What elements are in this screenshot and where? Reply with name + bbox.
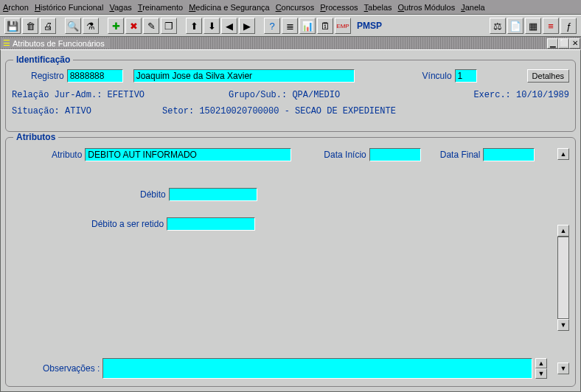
tool1-icon[interactable]: ≣: [282, 18, 298, 34]
toolbar: 💾 🗑 🖨 🔍 ⚗ ✚ ✖ ✎ ❐ ⬆ ⬇ ◀ ▶ ? ≣ 📊 🗓 EMP PM…: [0, 15, 581, 37]
detalhes-button[interactable]: Detalhes: [527, 69, 569, 83]
copy-icon[interactable]: ❐: [161, 18, 177, 34]
menu-bar: Archon Histórico Funcional Vagas Treinam…: [0, 0, 581, 15]
relacao-text: Relação Jur-Adm.: EFETIVO: [12, 90, 226, 100]
vinculo-input[interactable]: [455, 69, 477, 83]
data-final-label: Data Final: [440, 150, 481, 160]
atributos-group: Atributos Atributo Data Início Data Fina…: [5, 137, 576, 387]
menu-janela[interactable]: Janela: [461, 3, 484, 12]
help-icon[interactable]: ?: [264, 18, 280, 34]
observacoes-input[interactable]: [102, 358, 532, 379]
menu-historico[interactable]: Histórico Funcional: [35, 3, 104, 12]
scrollbar-up-icon[interactable]: ▲: [557, 225, 569, 237]
debito-retido-label: Débito a ser retido: [91, 219, 164, 229]
edit-icon[interactable]: ✎: [143, 18, 159, 34]
registro-label: Registro: [31, 71, 64, 81]
menu-tabelas[interactable]: Tabelas: [364, 3, 392, 12]
vinculo-label: Vínculo: [422, 71, 452, 81]
scrollbar-down-icon[interactable]: ▼: [557, 319, 569, 331]
minimize-button[interactable]: ▁: [547, 38, 558, 49]
content-area: Identificação Registro Vínculo Detalhes …: [0, 49, 581, 392]
doc-icon[interactable]: 📄: [507, 18, 523, 34]
menu-treinamento[interactable]: Treinamento: [138, 3, 183, 12]
fn-icon[interactable]: ƒ: [560, 18, 577, 34]
first-icon[interactable]: ⬆: [186, 18, 202, 34]
obs-down-icon[interactable]: ▼: [535, 368, 547, 379]
filter-icon[interactable]: ⚗: [83, 18, 99, 34]
nome-input[interactable]: [133, 69, 355, 83]
tool3-icon[interactable]: 🗓: [317, 18, 333, 34]
tool2-icon[interactable]: 📊: [299, 18, 316, 34]
situacao-text: Situação: ATIVO: [12, 106, 159, 116]
atributo-label: Atributo: [52, 150, 82, 160]
prev-icon[interactable]: ⬇: [203, 18, 220, 34]
scrollbar-track[interactable]: [557, 237, 569, 319]
balance-icon[interactable]: ⚖: [490, 18, 506, 34]
pmsp-label: PMSP: [357, 21, 382, 31]
cancel-icon[interactable]: ✖: [125, 18, 142, 34]
menu-outros[interactable]: Outros Módulos: [398, 3, 456, 12]
menu-medicina[interactable]: Medicina e Segurança: [189, 3, 269, 12]
grupo-text: Grupo/Sub.: QPA/MEDIO: [229, 90, 470, 100]
data-final-input[interactable]: [483, 148, 535, 161]
print-icon[interactable]: 🖨: [40, 18, 56, 34]
hash-icon[interactable]: ▦: [525, 18, 541, 34]
atributo-input[interactable]: [85, 148, 291, 161]
back-icon[interactable]: ◀: [221, 18, 237, 34]
maximize-button[interactable]: ⬜: [558, 38, 569, 49]
registro-input[interactable]: [67, 69, 123, 83]
observacoes-label: Observações :: [43, 363, 100, 374]
exerc-text: Exerc.: 10/10/1989: [473, 90, 569, 100]
menu-processos[interactable]: Processos: [320, 3, 358, 12]
emp-icon[interactable]: EMP: [335, 18, 351, 34]
data-inicio-input[interactable]: [369, 148, 421, 161]
internal-window-titlebar: ☰ Atributos de Funcionários ▁ ⬜ ✕: [0, 37, 581, 49]
list-icon[interactable]: ≡: [543, 18, 559, 34]
menu-vagas[interactable]: Vagas: [109, 3, 131, 12]
window-title: Atributos de Funcionários: [13, 39, 105, 48]
debito-retido-input[interactable]: [167, 217, 255, 231]
save-icon[interactable]: 💾: [4, 18, 21, 34]
window-icon: ☰: [3, 38, 10, 48]
new-icon[interactable]: ✚: [108, 18, 124, 34]
search-icon[interactable]: 🔍: [65, 18, 81, 34]
identificacao-legend: Identificação: [13, 55, 73, 65]
scroll-down-icon[interactable]: ▼: [557, 363, 569, 374]
menu-concursos[interactable]: Concursos: [276, 3, 315, 12]
menu-archon[interactable]: Archon: [3, 3, 29, 12]
delete-icon[interactable]: 🗑: [22, 18, 38, 34]
atributos-legend: Atributos: [13, 132, 58, 142]
debito-input[interactable]: [169, 188, 257, 201]
close-button[interactable]: ✕: [569, 38, 580, 49]
debito-label: Débito: [140, 189, 166, 200]
scroll-up-icon[interactable]: ▲: [557, 148, 569, 160]
setor-text: Setor: 150210020700000 - SECAO DE EXPEDI…: [162, 106, 396, 116]
identificacao-group: Identificação Registro Vínculo Detalhes …: [5, 60, 576, 132]
data-inicio-label: Data Início: [324, 150, 366, 160]
forward-icon[interactable]: ▶: [239, 18, 255, 34]
obs-up-icon[interactable]: ▲: [535, 358, 547, 368]
